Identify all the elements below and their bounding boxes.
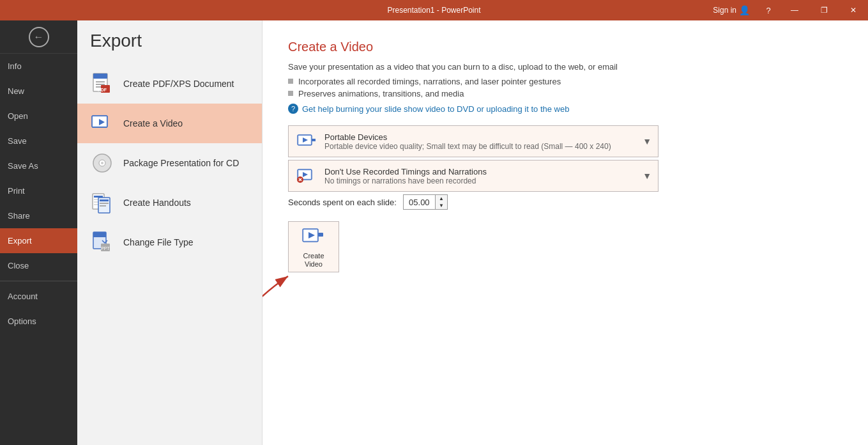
help-circle-icon: ? bbox=[288, 104, 298, 114]
export-page-title: Export bbox=[77, 31, 262, 64]
sidebar-item-open[interactable]: Open bbox=[0, 104, 77, 129]
sidebar-item-close[interactable]: Close bbox=[0, 253, 77, 278]
filetype-icon: PPT bbox=[90, 230, 114, 254]
export-nav-pdf[interactable]: PDF Create PDF/XPS Document bbox=[77, 64, 262, 104]
back-button[interactable]: ← bbox=[0, 20, 77, 54]
handouts-nav-label: Create Handouts bbox=[123, 198, 191, 208]
timings-dropdown-sub: No timings or narrations have been recor… bbox=[324, 176, 643, 185]
bullet-item-1: Incorporates all recorded timings, narra… bbox=[288, 77, 842, 86]
sidebar-item-info[interactable]: Info bbox=[0, 54, 77, 79]
sidebar: ← Info New Open Save Save As Print Share… bbox=[0, 20, 77, 445]
cd-icon bbox=[90, 151, 114, 175]
package-nav-label: Package Presentation for CD bbox=[123, 158, 239, 168]
filetype-nav-label: Change File Type bbox=[123, 237, 193, 247]
sidebar-item-save[interactable]: Save bbox=[0, 129, 77, 153]
timings-dropdown-arrow: ▼ bbox=[643, 171, 651, 181]
timings-dropdown-icon bbox=[295, 164, 318, 187]
content-area: Export PDF Create PDF/XPS Document bbox=[77, 20, 868, 445]
profile-icon: 👤 bbox=[739, 5, 750, 15]
seconds-value: 05.00 bbox=[404, 198, 435, 207]
seconds-label: Seconds spent on each slide: bbox=[288, 198, 397, 207]
svg-rect-23 bbox=[100, 205, 106, 207]
sidebar-divider bbox=[0, 281, 77, 281]
svg-rect-31 bbox=[312, 139, 316, 141]
sidebar-item-new[interactable]: New bbox=[0, 79, 77, 104]
svg-rect-22 bbox=[100, 203, 109, 204]
quality-dropdown-main: Portable Devices bbox=[324, 132, 643, 142]
quality-dropdown-content: Portable Devices Portable device video q… bbox=[324, 132, 643, 151]
video-icon bbox=[90, 111, 114, 136]
help-link[interactable]: ? Get help burning your slide show video… bbox=[288, 104, 842, 114]
back-icon: ← bbox=[29, 27, 49, 47]
sidebar-item-export[interactable]: Export bbox=[0, 228, 77, 253]
window-controls: — ❐ ✕ bbox=[780, 0, 868, 20]
timings-dropdown[interactable]: Don't Use Recorded Timings and Narration… bbox=[288, 160, 659, 192]
video-nav-label: Create a Video bbox=[123, 118, 183, 129]
minimize-button[interactable]: — bbox=[780, 0, 809, 20]
svg-rect-2 bbox=[96, 81, 105, 82]
titlebar: Presentation1 - PowerPoint Sign in 👤 ? —… bbox=[0, 0, 868, 20]
svg-point-14 bbox=[101, 162, 103, 164]
sidebar-item-account[interactable]: Account bbox=[0, 284, 77, 309]
help-button[interactable]: ? bbox=[758, 0, 779, 20]
create-video-description: Save your presentation as a video that y… bbox=[288, 62, 842, 72]
spinner-down-button[interactable]: ▼ bbox=[436, 202, 447, 209]
quality-dropdown-sub: Portable device video quality; Small tex… bbox=[324, 142, 643, 151]
svg-text:PDF: PDF bbox=[98, 88, 107, 92]
signin-area[interactable]: Sign in 👤 bbox=[713, 5, 750, 15]
spinner-up-button[interactable]: ▲ bbox=[436, 195, 447, 202]
restore-button[interactable]: ❐ bbox=[809, 0, 839, 20]
quality-dropdown-arrow: ▼ bbox=[643, 136, 651, 146]
create-video-button-label: CreateVideo bbox=[303, 252, 324, 269]
seconds-row: Seconds spent on each slide: 05.00 ▲ ▼ bbox=[288, 194, 842, 210]
svg-rect-1 bbox=[93, 74, 107, 79]
export-nav: Export PDF Create PDF/XPS Document bbox=[77, 20, 263, 445]
quality-dropdown[interactable]: Portable Devices Portable device video q… bbox=[288, 125, 659, 157]
sidebar-item-options[interactable]: Options bbox=[0, 309, 77, 334]
annotation-arrow bbox=[263, 263, 301, 317]
svg-rect-25 bbox=[93, 232, 106, 237]
create-video-title: Create a Video bbox=[288, 40, 842, 54]
close-button[interactable]: ✕ bbox=[839, 0, 868, 20]
create-video-area: CreateVideo 5 bbox=[288, 221, 339, 272]
help-link-text: Get help burning your slide show video t… bbox=[302, 104, 569, 114]
timings-dropdown-content: Don't Use Recorded Timings and Narration… bbox=[324, 167, 643, 185]
signin-label: Sign in bbox=[713, 6, 736, 15]
timings-dropdown-main: Don't Use Recorded Timings and Narration… bbox=[324, 167, 643, 176]
bullet-icon-2 bbox=[288, 91, 293, 96]
handouts-icon bbox=[90, 191, 114, 215]
sidebar-item-share[interactable]: Share bbox=[0, 203, 77, 228]
pdf-nav-label: Create PDF/XPS Document bbox=[123, 79, 234, 89]
bullet-icon-1 bbox=[288, 79, 293, 84]
export-nav-package[interactable]: Package Presentation for CD bbox=[77, 143, 262, 183]
svg-rect-41 bbox=[318, 233, 323, 237]
bullet-text-2: Preserves animations, transitions, and m… bbox=[298, 89, 464, 98]
right-panel: Create a Video Save your presentation as… bbox=[263, 20, 868, 445]
bullet-list: Incorporates all recorded timings, narra… bbox=[288, 77, 842, 98]
svg-rect-3 bbox=[96, 84, 105, 85]
quality-dropdown-icon bbox=[295, 130, 318, 153]
sidebar-item-print[interactable]: Print bbox=[0, 178, 77, 203]
seconds-spinner[interactable]: 05.00 ▲ ▼ bbox=[403, 194, 448, 210]
export-nav-filetype[interactable]: PPT Change File Type bbox=[77, 222, 262, 262]
bullet-text-1: Incorporates all recorded timings, narra… bbox=[298, 77, 561, 86]
spinner-buttons: ▲ ▼ bbox=[435, 195, 447, 209]
export-nav-video[interactable]: Create a Video bbox=[77, 104, 262, 143]
bullet-item-2: Preserves animations, transitions, and m… bbox=[288, 89, 842, 98]
export-nav-handouts[interactable]: Create Handouts bbox=[77, 183, 262, 222]
sidebar-item-save-as[interactable]: Save As bbox=[0, 153, 77, 178]
pdf-icon: PDF bbox=[90, 72, 114, 96]
svg-rect-21 bbox=[100, 199, 109, 201]
svg-text:PPT: PPT bbox=[101, 246, 110, 251]
main-layout: ← Info New Open Save Save As Print Share… bbox=[0, 20, 868, 445]
window-title: Presentation1 - PowerPoint bbox=[387, 6, 480, 15]
